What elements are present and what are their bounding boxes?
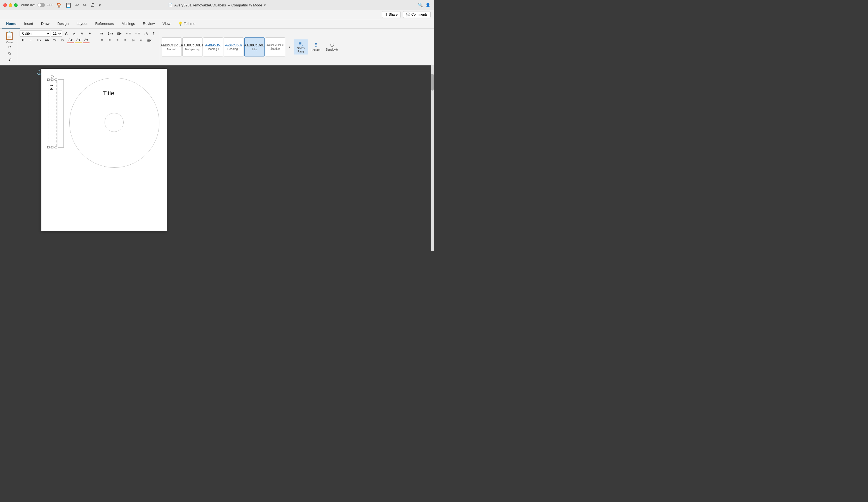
style-subtitle[interactable]: AaBbCcDdEe Subtitle	[265, 38, 285, 56]
search-icon[interactable]: 🔍	[418, 2, 423, 8]
style-heading2-label: Heading 2	[227, 48, 240, 51]
vertical-title-text: Title	[48, 80, 55, 92]
paste-button[interactable]: 📋 Paste	[4, 31, 14, 44]
tab-layout[interactable]: Layout	[72, 19, 91, 29]
tab-insert[interactable]: Insert	[20, 19, 37, 29]
style-no-spacing[interactable]: AaBbCcDdEe No Spacing	[182, 38, 203, 56]
selection-handle-bc[interactable]	[51, 146, 53, 148]
filename: Avery5931RemovableCDLabels	[174, 3, 226, 7]
tab-design[interactable]: Design	[53, 19, 72, 29]
format-painter-button[interactable]: 🖌	[6, 57, 13, 63]
dictate-button[interactable]: 🎙 Dictate	[309, 41, 323, 53]
styles-pane-button[interactable]: ≡A Styles Pane	[293, 39, 308, 55]
anchor-icon: ⚓	[37, 70, 42, 75]
tell-me[interactable]: 💡Tell me	[174, 19, 199, 29]
style-subtitle-label: Subtitle	[270, 47, 280, 50]
style-title[interactable]: AaBbCcDdE Title	[245, 38, 265, 56]
redo-icon[interactable]: ↪	[83, 2, 86, 8]
underline-button[interactable]: U▾	[35, 37, 43, 43]
borders-button[interactable]: ▦▾	[145, 37, 153, 43]
home-icon[interactable]: 🏠	[56, 2, 62, 8]
maximize-button[interactable]	[14, 3, 18, 7]
autosave-toggle[interactable]	[37, 3, 45, 7]
paragraph-group: ≡▾ 1≡▾ ⊟▾ ←≡ →≡ ↕A ¶ ≡ ≡ ≡ ≡ ↕▾ ▽ ▦▾	[96, 30, 160, 64]
share-button[interactable]: ⬆ Share	[382, 11, 401, 18]
strikethrough-button[interactable]: ab	[43, 37, 51, 43]
shrink-font-button[interactable]: A	[71, 30, 78, 36]
style-normal[interactable]: AaBbCcDdEe Normal	[162, 38, 182, 56]
sort-button[interactable]: ↕A	[142, 30, 149, 36]
numbering-button[interactable]: 1≡▾	[106, 30, 115, 36]
superscript-button[interactable]: x2	[59, 37, 66, 43]
ribbon-content: 📋 Paste ✂ ⧉ 🖌 Calibri 11 A A A	[0, 29, 434, 65]
show-hide-button[interactable]: ¶	[150, 30, 157, 36]
titlebar: AutoSave OFF 🏠 💾 ↩ ↪ 🖨 ▾ 📄 Avery5931Remo…	[0, 0, 434, 10]
compat-mode: Compatibility Mode	[231, 3, 262, 7]
bullets-button[interactable]: ≡▾	[98, 30, 105, 36]
highlight-button[interactable]: A▾	[75, 37, 82, 43]
cut-button[interactable]: ✂	[6, 44, 13, 50]
tab-draw[interactable]: Draw	[37, 19, 53, 29]
more-icon[interactable]: ▾	[99, 2, 101, 8]
ribbon-tabs: Home Insert Draw Design Layout Reference…	[0, 19, 434, 29]
ribbon: ⬆ Share 💬 Comments Home Insert Draw Desi…	[0, 10, 434, 65]
tab-review[interactable]: Review	[139, 19, 159, 29]
font-name-select[interactable]: Calibri	[20, 30, 50, 36]
line-spacing-button[interactable]: ↕▾	[130, 37, 137, 43]
rotate-handle[interactable]	[51, 75, 54, 78]
text-box[interactable]: Title	[48, 80, 56, 148]
save-icon[interactable]: 💾	[66, 2, 71, 8]
text-effect-button[interactable]: A▾	[82, 37, 90, 43]
print-icon[interactable]: 🖨	[90, 2, 95, 8]
text-box-2[interactable]	[58, 80, 64, 148]
selection-handle-tl[interactable]	[47, 79, 50, 81]
justify-button[interactable]: ≡	[122, 37, 129, 43]
separator: –	[228, 3, 230, 7]
tab-home[interactable]: Home	[2, 19, 20, 29]
selection-handle-tr[interactable]	[55, 79, 57, 81]
selection-handle-bl[interactable]	[47, 146, 50, 148]
selection-handle-tc[interactable]	[51, 79, 53, 81]
minimize-button[interactable]	[9, 3, 12, 7]
shading-button[interactable]: ▽	[137, 37, 145, 43]
cd-inner-circle	[105, 113, 124, 132]
tab-references[interactable]: References	[91, 19, 118, 29]
titlebar-center: 📄 Avery5931RemovableCDLabels – Compatibi…	[168, 3, 266, 7]
copy-button[interactable]: ⧉	[6, 50, 13, 56]
selection-handle-br[interactable]	[55, 146, 57, 148]
titlebar-icons: 🏠 💾 ↩ ↪ 🖨 ▾	[56, 2, 101, 8]
compat-chevron[interactable]: ▾	[264, 3, 266, 7]
style-heading2[interactable]: AaBbCcDdE Heading 2	[224, 38, 244, 56]
scrollbar-track[interactable]	[431, 65, 434, 251]
decrease-indent-button[interactable]: ←≡	[124, 30, 133, 36]
multilevel-button[interactable]: ⊟▾	[115, 30, 123, 36]
clear-formatting-button[interactable]: ✦	[86, 30, 93, 36]
tab-view[interactable]: View	[158, 19, 174, 29]
subscript-button[interactable]: x2	[51, 37, 59, 43]
style-heading1[interactable]: AaBbCcDc Heading 1	[203, 38, 223, 56]
more-styles-button[interactable]: ›	[286, 44, 293, 50]
comments-button[interactable]: 💬 Comments	[403, 11, 431, 18]
style-heading2-preview: AaBbCcDdE	[225, 44, 242, 47]
doc-icon: 📄	[168, 3, 173, 7]
person-icon[interactable]: 👤	[425, 2, 431, 8]
paste-group: 📋 Paste ✂ ⧉ 🖌	[2, 30, 17, 64]
grow-font-button[interactable]: A	[63, 30, 70, 36]
align-right-button[interactable]: ≡	[114, 37, 121, 43]
font-style-button[interactable]: A	[78, 30, 85, 36]
style-no-spacing-label: No Spacing	[185, 48, 200, 51]
align-left-button[interactable]: ≡	[98, 37, 105, 43]
font-color-button[interactable]: A▾	[67, 37, 74, 43]
close-button[interactable]	[3, 3, 7, 7]
sensitivity-button[interactable]: 🛡 Sensitivity	[324, 42, 341, 52]
undo-icon[interactable]: ↩	[75, 2, 79, 8]
increase-indent-button[interactable]: →≡	[133, 30, 142, 36]
scrollbar-thumb[interactable]	[431, 74, 434, 91]
autosave-off-label: OFF	[47, 3, 53, 7]
align-center-button[interactable]: ≡	[106, 37, 113, 43]
tab-mailings[interactable]: Mailings	[118, 19, 139, 29]
style-normal-label: Normal	[167, 48, 176, 51]
font-size-select[interactable]: 11	[51, 30, 62, 36]
bold-button[interactable]: B	[20, 37, 27, 43]
italic-button[interactable]: I	[28, 37, 35, 43]
